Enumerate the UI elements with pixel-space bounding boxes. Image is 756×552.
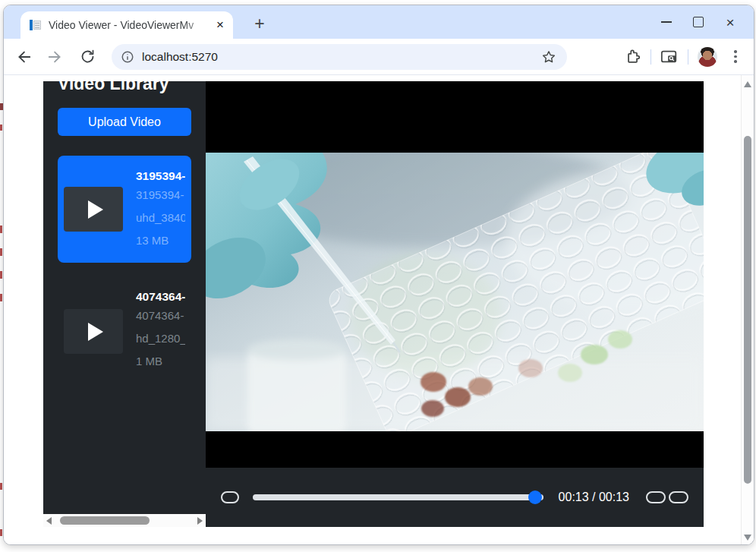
scroll-down-icon[interactable] [744,535,751,541]
video-filename: hd_1280_72 [136,327,185,350]
background-window-sliver [0,271,2,279]
address-bar[interactable]: localhost:5270 [112,44,567,70]
video-thumbnail[interactable] [64,187,123,232]
background-window-sliver [0,248,2,256]
page-vertical-scrollbar[interactable] [741,75,754,544]
scroll-right-icon[interactable] [197,517,203,525]
page-content: Video Library Upload Video 3195394-u 319… [4,75,754,544]
forward-icon[interactable] [43,45,68,69]
background-window-sliver [0,294,2,301]
window-minimize-button[interactable] [650,11,682,33]
new-tab-button[interactable]: + [248,13,271,36]
tab-close-icon[interactable]: × [213,19,227,31]
video-list-item[interactable]: 4074364-h 4074364- hd_1280_72 1 MB [58,276,191,386]
tab-strip: Video Viewer - VideoViewerMv × + × [4,5,754,39]
time-display: 00:13 / 00:13 [559,490,629,504]
fullscreen-button[interactable] [669,491,688,503]
video-thumbnail[interactable] [64,309,123,354]
horizontal-scroll-thumb[interactable] [60,516,150,525]
profile-avatar[interactable] [698,47,717,67]
browser-menu-icon[interactable] [726,46,745,68]
video-library-sidebar: Video Library Upload Video 3195394-u 319… [43,81,206,514]
bookmark-star-icon[interactable] [541,49,556,65]
video-title: 4074364-h [136,289,185,304]
video-filename: uhd_3840_2 [136,207,185,229]
seek-bar[interactable] [253,490,543,504]
site-info-icon[interactable] [121,50,134,64]
video-title: 3195394-u [136,169,185,184]
play-icon [88,323,103,341]
video-controls-bar: 00:13 / 00:13 [206,468,704,527]
extensions-icon[interactable] [625,49,641,65]
window-close-button[interactable]: × [714,11,746,33]
mute-button[interactable] [646,491,666,503]
window-maximize-button[interactable] [682,11,714,33]
window-controls: × [650,10,746,34]
scroll-left-icon[interactable] [46,517,52,525]
tab-title: Video Viewer - VideoViewerMv [49,19,213,31]
play-pause-button[interactable] [221,491,239,503]
video-list-item[interactable]: 3195394-u 3195394- uhd_3840_2 13 MB [58,156,191,263]
vertical-scroll-thumb[interactable] [744,136,751,484]
background-window-sliver [0,483,2,490]
video-meta: 4074364-h 4074364- hd_1280_72 1 MB [136,282,185,380]
tab-favicon-icon [30,19,42,31]
video-filename: 4074364- [136,304,185,327]
browser-toolbar: localhost:5270 [4,39,754,75]
background-window-sliver [0,529,2,536]
url-text[interactable]: localhost:5270 [142,50,541,64]
upload-video-button[interactable]: Upload Video [58,108,191,136]
toolbar-separator [650,49,651,65]
scroll-up-icon[interactable] [744,81,751,87]
toolbar-separator [688,49,688,65]
toolbar-right [584,46,745,68]
video-frame[interactable] [206,81,704,468]
play-icon [88,200,103,219]
video-size: 1 MB [136,350,185,373]
search-tabs-icon[interactable] [660,49,679,65]
back-icon[interactable] [11,45,36,69]
video-size: 13 MB [136,229,185,252]
page-title: Video Library [58,81,191,94]
browser-tab[interactable]: Video Viewer - VideoViewerMv × [20,11,233,39]
sidebar-horizontal-scrollbar[interactable] [43,514,206,527]
video-filename: 3195394- [136,184,185,207]
seek-thumb[interactable] [528,490,542,504]
browser-window: Video Viewer - VideoViewerMv × + × local… [3,5,754,545]
background-window-sliver [0,125,2,131]
video-meta: 3195394-u 3195394- uhd_3840_2 13 MB [136,162,185,257]
reload-icon[interactable] [75,45,99,69]
background-window-sliver [0,226,2,233]
seek-track[interactable] [253,494,543,500]
video-player[interactable]: 00:13 / 00:13 [206,81,704,527]
